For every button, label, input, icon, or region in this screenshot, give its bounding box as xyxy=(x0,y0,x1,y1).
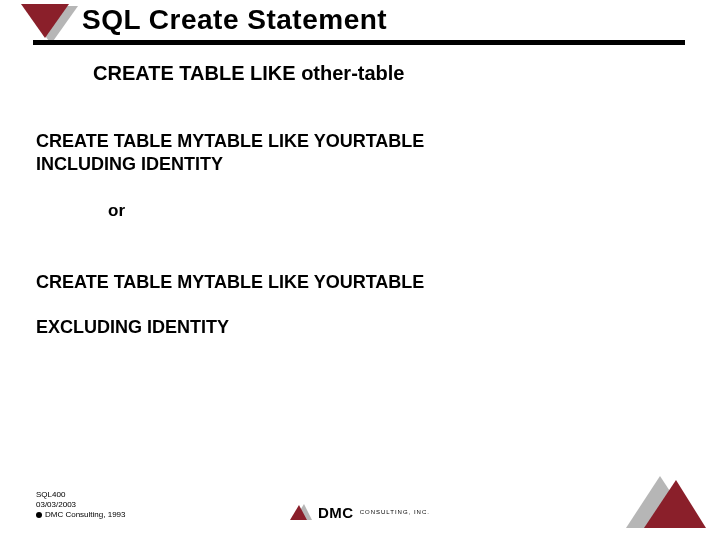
slide-header: SQL Create Statement xyxy=(0,0,720,48)
corner-triangle-icon xyxy=(21,4,81,54)
logo-triangle-icon xyxy=(290,502,312,522)
code-block-1: CREATE TABLE MYTABLE LIKE YOURTABLE INCL… xyxy=(36,130,424,175)
title-underline xyxy=(33,40,685,45)
code-line: EXCLUDING IDENTITY xyxy=(36,316,424,339)
footer-meta: SQL400 03/03/2003 DMC Consulting, 1993 xyxy=(36,490,125,520)
footer-copyright: DMC Consulting, 1993 xyxy=(36,510,125,520)
footer-date: 03/03/2003 xyxy=(36,500,125,510)
page-title: SQL Create Statement xyxy=(82,4,387,36)
footer-copyright-text: DMC Consulting, 1993 xyxy=(45,510,125,520)
separator-or: or xyxy=(108,200,125,221)
code-block-2: CREATE TABLE MYTABLE LIKE YOURTABLE EXCL… xyxy=(36,248,424,361)
code-line: CREATE TABLE MYTABLE LIKE YOURTABLE xyxy=(36,271,424,294)
corner-br-triangle-icon xyxy=(616,470,706,530)
logo-text: DMC xyxy=(318,504,354,521)
logo-tagline: CONSULTING, INC. xyxy=(360,509,430,515)
subtitle: CREATE TABLE LIKE other-table xyxy=(93,62,404,85)
footer-code: SQL400 xyxy=(36,490,125,500)
code-line: CREATE TABLE MYTABLE LIKE YOURTABLE xyxy=(36,130,424,153)
dmc-logo: DMC CONSULTING, INC. xyxy=(290,502,430,522)
code-line: INCLUDING IDENTITY xyxy=(36,153,424,176)
